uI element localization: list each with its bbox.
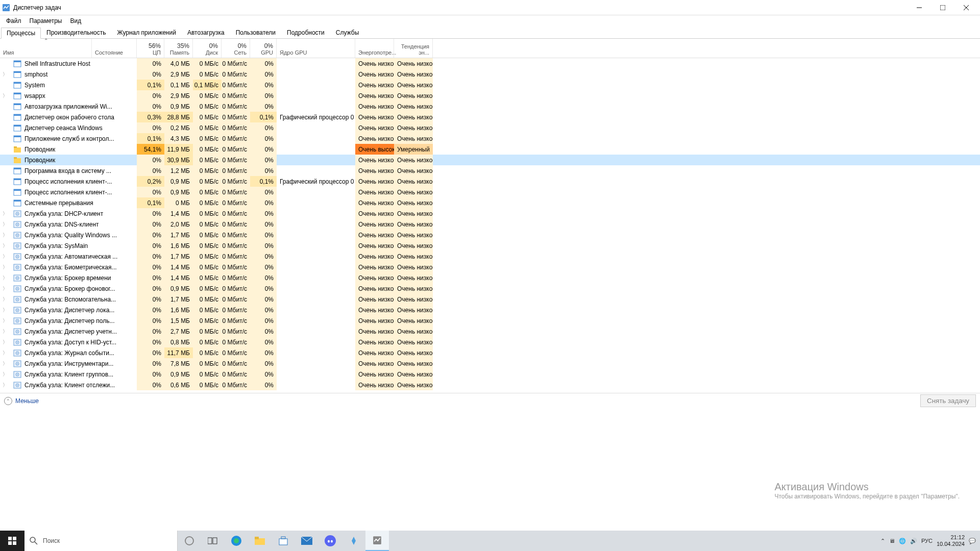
expand-toggle[interactable]: 〉 — [0, 285, 10, 292]
col-memory[interactable]: 35%Память — [164, 39, 193, 58]
process-row[interactable]: System0,1%0,1 МБ0,1 МБ/с0 Мбит/с0%Очень … — [0, 80, 980, 90]
tray-chevron-icon[interactable]: ⌃ — [880, 538, 885, 544]
process-row[interactable]: 〉Служба узла: Диспетчер поль...0%1,5 МБ0… — [0, 315, 980, 326]
col-name[interactable]: ⌃ Имя — [0, 39, 92, 58]
expand-toggle[interactable]: 〉 — [0, 232, 10, 239]
process-row[interactable]: Процесс исполнения клиент-...0%0,9 МБ0 М… — [0, 187, 980, 197]
svg-point-71 — [17, 342, 18, 343]
tray-network-icon[interactable]: 🌐 — [899, 538, 906, 544]
process-row[interactable]: 〉Служба узла: Клиент группов...0%0,9 МБ0… — [0, 369, 980, 380]
col-disk[interactable]: 0%Диск — [193, 39, 222, 58]
process-row[interactable]: 〉Служба узла: Инструментари...0%7,8 МБ0 … — [0, 358, 980, 369]
process-icon — [13, 188, 21, 196]
process-row[interactable]: 〉smphost0%2,9 МБ0 МБ/с0 Мбит/с0%Очень ни… — [0, 69, 980, 80]
menu-options[interactable]: Параметры — [26, 16, 66, 26]
maximize-button[interactable] — [931, 0, 954, 15]
process-row[interactable]: 〉Служба узла: Диспетчер учетн...0%2,7 МБ… — [0, 326, 980, 337]
process-row[interactable]: Процесс исполнения клиент-...0,2%0,9 МБ0… — [0, 176, 980, 187]
col-gpu-core[interactable]: Ядро GPU — [277, 39, 355, 58]
col-status[interactable]: Состояние — [92, 39, 137, 58]
search-box[interactable]: Поиск — [24, 531, 178, 551]
expand-toggle[interactable]: 〉 — [0, 92, 10, 99]
process-row[interactable]: Диспетчер окон рабочего стола0,3%28,8 МБ… — [0, 112, 980, 122]
process-row[interactable]: 〉Служба узла: DHCP-клиент0%1,4 МБ0 МБ/с0… — [0, 208, 980, 219]
expand-toggle[interactable]: 〉 — [0, 382, 10, 389]
close-button[interactable] — [954, 0, 978, 15]
tray-monitor-icon[interactable]: 🖥 — [889, 538, 895, 544]
process-row[interactable]: Проводник0%30,9 МБ0 МБ/с0 Мбит/с0%Очень … — [0, 155, 980, 165]
tab-services[interactable]: Службы — [330, 27, 364, 38]
col-network[interactable]: 0%Сеть — [222, 39, 250, 58]
process-list[interactable]: Shell Infrastructure Host0%4,0 МБ0 МБ/с0… — [0, 58, 980, 393]
tray-volume-icon[interactable]: 🔊 — [910, 538, 917, 544]
expand-toggle[interactable]: 〉 — [0, 71, 10, 78]
process-icon — [13, 60, 21, 68]
tab-users[interactable]: Пользователи — [230, 27, 281, 38]
task-view-icon[interactable] — [201, 531, 225, 551]
expand-toggle[interactable]: 〉 — [0, 296, 10, 303]
process-row[interactable]: 〉Служба узла: SysMain0%1,6 МБ0 МБ/с0 Мби… — [0, 240, 980, 251]
expand-toggle[interactable]: 〉 — [0, 349, 10, 357]
tab-app-history[interactable]: Журнал приложений — [112, 27, 182, 38]
process-row[interactable]: 〉Служба узла: Брокер времени0%1,4 МБ0 МБ… — [0, 272, 980, 283]
edge-icon[interactable] — [225, 531, 248, 551]
col-power[interactable]: Энергопотре... — [355, 39, 394, 58]
menu-view[interactable]: Вид — [66, 16, 85, 26]
process-row[interactable]: Приложение служб и контрол...0,1%4,3 МБ0… — [0, 133, 980, 144]
disk-cell: 0 МБ/с — [193, 262, 222, 272]
minimize-button[interactable] — [908, 0, 931, 15]
expand-toggle[interactable]: 〉 — [0, 360, 10, 367]
expand-toggle[interactable]: 〉 — [0, 210, 10, 217]
expand-toggle[interactable]: 〉 — [0, 307, 10, 314]
explorer-icon[interactable] — [248, 531, 272, 551]
process-row[interactable]: 〉wsappx0%2,9 МБ0 МБ/с0 Мбит/с0%Очень низ… — [0, 90, 980, 101]
process-row[interactable]: Shell Infrastructure Host0%4,0 МБ0 МБ/с0… — [0, 58, 980, 69]
tab-startup[interactable]: Автозагрузка — [182, 27, 230, 38]
process-row[interactable]: Системные прерывания0,1%0 МБ0 МБ/с0 Мбит… — [0, 197, 980, 208]
discord-icon[interactable] — [318, 531, 342, 551]
process-row[interactable]: 〉Служба узла: Биометрическая...0%1,4 МБ0… — [0, 262, 980, 272]
app-icon[interactable] — [342, 531, 365, 551]
tray-clock[interactable]: 21:12 10.04.2024 — [937, 534, 965, 547]
process-row[interactable]: Программа входа в систему ...0%1,2 МБ0 М… — [0, 165, 980, 176]
process-row[interactable]: 〉Служба узла: Автоматическая ...0%1,7 МБ… — [0, 251, 980, 262]
expand-toggle[interactable]: 〉 — [0, 317, 10, 324]
process-row[interactable]: 〉Служба узла: Диспетчер лока...0%1,6 МБ0… — [0, 305, 980, 315]
menu-file[interactable]: Файл — [2, 16, 26, 26]
process-row[interactable]: 〉Служба узла: Журнал событи...0%11,7 МБ0… — [0, 347, 980, 358]
process-row[interactable]: Проводник54,1%11,9 МБ0 МБ/с0 Мбит/с0%Оче… — [0, 144, 980, 155]
tab-details[interactable]: Подробности — [281, 27, 330, 38]
expand-toggle[interactable]: 〉 — [0, 339, 10, 346]
mail-icon[interactable] — [295, 531, 318, 551]
expand-toggle[interactable]: 〉 — [0, 264, 10, 271]
col-cpu[interactable]: 56%ЦП — [137, 39, 164, 58]
expand-toggle[interactable]: 〉 — [0, 242, 10, 249]
process-row[interactable]: 〉Служба узла: DNS-клиент0%2,0 МБ0 МБ/с0 … — [0, 219, 980, 230]
process-row[interactable]: 〉Служба узла: Брокер фоновог...0%0,9 МБ0… — [0, 283, 980, 294]
expand-toggle[interactable]: 〉 — [0, 274, 10, 282]
start-button[interactable] — [0, 531, 24, 551]
power-cell: Очень низкое — [355, 380, 394, 390]
process-row[interactable]: 〉Служба узла: Quality Windows ...0%1,7 М… — [0, 230, 980, 240]
col-power-trend[interactable]: Тенденция эн... — [394, 39, 433, 58]
tab-performance[interactable]: Производительность — [41, 27, 111, 38]
power-trend-cell: Очень низкое — [394, 358, 433, 369]
tray-language[interactable]: РУС — [921, 538, 933, 544]
process-row[interactable]: Диспетчер сеанса Windows0%0,2 МБ0 МБ/с0 … — [0, 122, 980, 133]
tray-notifications-icon[interactable]: 💬 — [969, 538, 976, 544]
expand-toggle[interactable]: 〉 — [0, 253, 10, 260]
process-row[interactable]: 〉Служба узла: Доступ к HID-уст...0%0,8 М… — [0, 337, 980, 347]
process-row[interactable]: 〉Служба узла: Вспомогательна...0%1,7 МБ0… — [0, 294, 980, 305]
expand-toggle[interactable]: 〉 — [0, 221, 10, 228]
expand-toggle[interactable]: 〉 — [0, 328, 10, 335]
col-gpu[interactable]: 0%GPU — [250, 39, 277, 58]
tab-processes[interactable]: Процессы — [1, 28, 41, 39]
fewer-details-button[interactable]: ⌃ Меньше — [4, 397, 39, 405]
end-task-button[interactable]: Снять задачу — [920, 394, 976, 407]
expand-toggle[interactable]: 〉 — [0, 371, 10, 378]
process-row[interactable]: 〉Служба узла: Клиент отслежи...0%0,6 МБ0… — [0, 380, 980, 390]
cortana-icon[interactable] — [178, 531, 201, 551]
process-row[interactable]: Автозагрузка приложений Wi...0%0,9 МБ0 М… — [0, 101, 980, 112]
store-icon[interactable] — [272, 531, 295, 551]
taskmgr-taskbar-icon[interactable] — [365, 531, 389, 551]
